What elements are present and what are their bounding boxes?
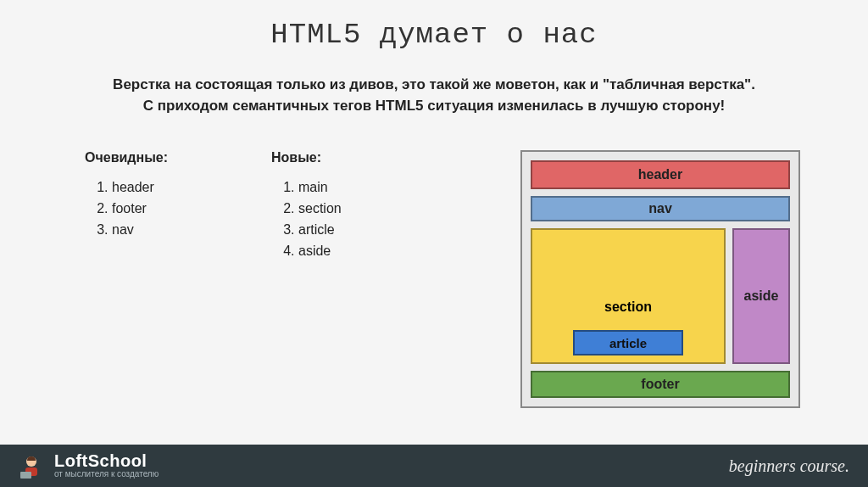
diagram-article: article — [573, 330, 683, 355]
new-column: Новые: main section article aside — [271, 150, 424, 408]
list-item: main — [298, 177, 424, 199]
brand: LoftSchool от мыслителя к создателю — [19, 452, 159, 479]
list-item: aside — [298, 241, 424, 262]
list-item: article — [298, 220, 424, 241]
diagram-nav: nav — [531, 196, 790, 221]
list-item: header — [112, 177, 237, 199]
slide-subtitle: Верстка на состоящая только из дивов, эт… — [0, 75, 868, 116]
bottom-bar: LoftSchool от мыслителя к создателю begi… — [0, 445, 868, 487]
diagram-header: header — [531, 160, 790, 189]
obvious-heading: Очевидные: — [85, 150, 237, 165]
subtitle-line-1: Верстка на состоящая только из дивов, эт… — [113, 76, 755, 92]
svg-rect-2 — [20, 472, 31, 479]
avatar-icon — [19, 453, 44, 479]
brand-tagline: от мыслителя к создателю — [54, 470, 159, 479]
list-item: section — [298, 199, 424, 220]
diagram-section: section article — [531, 228, 726, 364]
new-heading: Новые: — [271, 150, 424, 165]
layout-diagram: header nav section article aside footer — [520, 150, 800, 408]
obvious-column: Очевидные: header footer nav — [85, 150, 237, 408]
diagram-mid-row: section article aside — [531, 228, 790, 364]
diagram-section-label: section — [604, 299, 652, 315]
new-list: main section article aside — [271, 177, 424, 261]
diagram-wrap: header nav section article aside footer — [458, 150, 800, 408]
course-label: beginners course. — [729, 456, 849, 476]
obvious-list: header footer nav — [85, 177, 237, 240]
content-row: Очевидные: header footer nav Новые: main… — [0, 150, 868, 408]
list-item: footer — [112, 199, 237, 220]
list-item: nav — [112, 220, 237, 241]
diagram-aside: aside — [732, 228, 790, 364]
brand-name: LoftSchool — [54, 452, 159, 470]
slide: HTML5 думает о нас Верстка на состоящая … — [0, 0, 868, 487]
brand-text: LoftSchool от мыслителя к создателю — [54, 452, 159, 479]
diagram-footer: footer — [531, 371, 790, 398]
slide-title: HTML5 думает о нас — [0, 0, 868, 51]
subtitle-line-2: С приходом семантичных тегов HTML5 ситуа… — [143, 98, 726, 114]
